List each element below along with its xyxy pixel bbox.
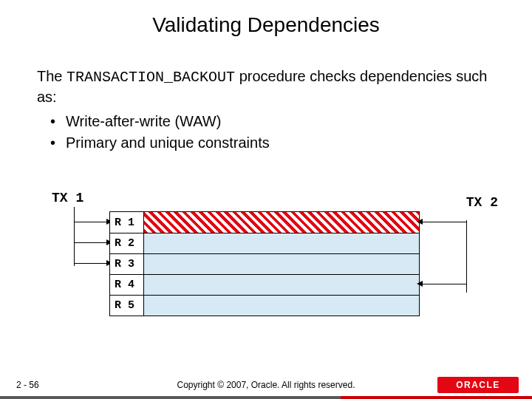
intro-prefix: The: [37, 68, 66, 84]
procedure-name: TRANSACTION_BACKOUT: [66, 69, 235, 86]
intro-paragraph: The TRANSACTION_BACKOUT procedure checks…: [37, 66, 495, 107]
logo-text: ORACLE: [456, 380, 500, 390]
table-row: R 4: [110, 274, 419, 295]
row-body: [144, 233, 419, 253]
slide: Validating Dependencies The TRANSACTION_…: [0, 0, 532, 399]
row-body: [144, 275, 419, 295]
rows-table: R 1 R 2 R 3 R 4 R 5: [109, 211, 420, 316]
row-label: R 3: [110, 254, 144, 274]
body-text: The TRANSACTION_BACKOUT procedure checks…: [0, 37, 532, 153]
table-row: R 3: [110, 253, 419, 274]
arrow-left-icon: [417, 219, 423, 225]
arrow-left-icon: [417, 281, 423, 287]
bullet-list: Write-after-write (WAW) Primary and uniq…: [50, 112, 495, 153]
oracle-logo: ORACLE: [437, 377, 519, 393]
row-label: R 5: [110, 296, 144, 316]
row-label: R 1: [110, 212, 144, 233]
table-row: R 1: [110, 212, 419, 233]
footer: 2 - 56 Copyright © 2007, Oracle. All rig…: [0, 372, 532, 399]
dependency-diagram: TX 1 TX 2 R 1 R 2 R 3 R 4: [52, 191, 495, 331]
row-label: R 4: [110, 275, 144, 295]
bullet-item: Primary and unique constraints: [50, 133, 495, 153]
footer-bar: [0, 396, 532, 399]
tx2-label: TX 2: [466, 195, 498, 210]
row-body: [144, 254, 419, 274]
page-title: Validating Dependencies: [0, 0, 532, 37]
tx1-connector: [74, 207, 109, 266]
row-body: [144, 296, 419, 316]
tx2-connector: [420, 213, 467, 294]
table-row: R 5: [110, 295, 419, 316]
tx1-label: TX 1: [52, 191, 83, 205]
bullet-item: Write-after-write (WAW): [50, 112, 495, 132]
table-row: R 2: [110, 233, 419, 253]
row-body-hatched: [144, 212, 419, 233]
row-label: R 2: [110, 233, 144, 253]
